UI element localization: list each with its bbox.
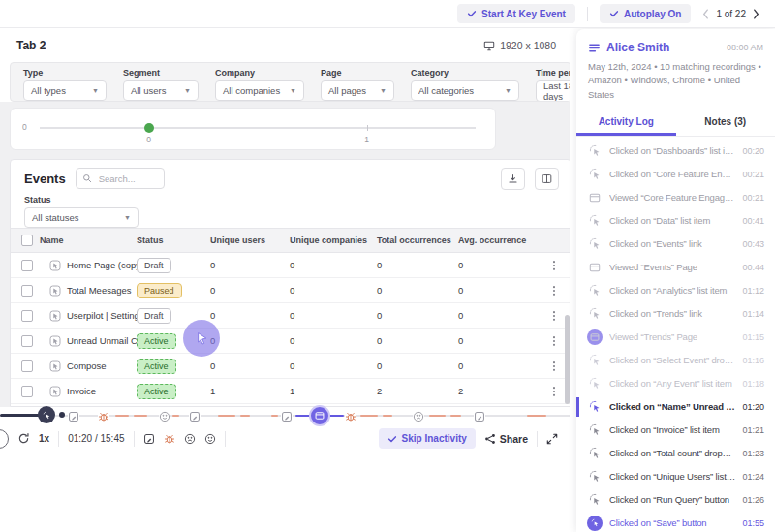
note-marker-icon[interactable] xyxy=(189,409,201,426)
activity-log-item[interactable]: Clicked on “Select Event” dropdown 01:16 xyxy=(576,349,775,372)
event-table-row[interactable]: Total Meesages Paused 0 0 0 0 xyxy=(11,278,570,303)
chevron-right-icon[interactable] xyxy=(753,9,760,19)
slider-handle[interactable] xyxy=(144,123,154,133)
add-note-button[interactable] xyxy=(143,433,155,445)
event-name: Unread Unmail Click xyxy=(67,335,137,346)
activity-log-item[interactable]: Clicked on “Save” button 01:55 xyxy=(576,512,775,532)
recordings-list-icon[interactable] xyxy=(588,42,601,54)
filter-select[interactable]: Last 180 days ▼ xyxy=(536,80,570,102)
event-table-row[interactable]: Invoice Active 1 1 2 2 xyxy=(11,379,570,404)
note-marker-icon[interactable] xyxy=(281,409,293,426)
activity-log-item[interactable]: Clicked on “Dashboards” list item 00:20 xyxy=(576,140,775,163)
inactivity-segment xyxy=(429,415,446,418)
activity-log-item[interactable]: Viewed “Core Feature Engagment” 00:21 xyxy=(576,186,775,209)
event-table-row[interactable]: Compose Active 0 0 0 0 xyxy=(11,354,570,379)
note-marker-icon[interactable] xyxy=(474,409,485,426)
select-all-checkbox[interactable] xyxy=(21,235,33,246)
download-icon xyxy=(508,173,518,184)
avg-occurrence-value: 0 xyxy=(458,335,538,346)
activity-log-item[interactable]: Clicked on “Unique Users” list item 01:2… xyxy=(576,465,775,488)
filter-group: Segment All users ▼ xyxy=(123,68,199,101)
activity-log-item[interactable]: Clicked on “Events” link 00:43 xyxy=(576,233,775,256)
click-icon xyxy=(587,167,603,182)
filter-select[interactable]: All categories ▼ xyxy=(411,80,519,101)
search-icon xyxy=(82,173,92,183)
activity-log-item[interactable]: Clicked on “Core Feature Engagem... 00:2… xyxy=(576,163,775,186)
share-button[interactable]: Share xyxy=(484,433,528,445)
note-marker-icon[interactable] xyxy=(68,409,79,426)
happy-marker-icon[interactable] xyxy=(159,409,170,426)
row-menu-button[interactable] xyxy=(552,285,556,297)
sad-marker-icon[interactable] xyxy=(413,409,424,426)
row-menu-button[interactable] xyxy=(552,260,556,271)
fullscreen-icon[interactable] xyxy=(546,433,558,445)
activity-log-item[interactable]: Viewed “Trends” Page 01:15 xyxy=(576,326,775,349)
row-checkbox[interactable] xyxy=(21,260,33,271)
user-name[interactable]: Alice Smith xyxy=(606,41,669,54)
happy-reaction-button[interactable] xyxy=(204,433,216,445)
activity-log-item[interactable]: Clicked on “Name” Unread Email C... 01:2… xyxy=(576,395,775,419)
play-pause-button[interactable] xyxy=(0,429,9,449)
filter-select[interactable]: All users ▼ xyxy=(123,80,199,101)
event-type-icon xyxy=(49,260,61,271)
bug-marker-icon[interactable] xyxy=(98,409,109,426)
row-checkbox[interactable] xyxy=(21,386,33,397)
row-menu-button[interactable] xyxy=(552,360,556,372)
activity-log-item[interactable]: Viewed “Events” Page 00:44 xyxy=(576,256,775,279)
activity-text: Viewed “Trends” Page xyxy=(609,331,735,342)
skip-inactivity-toggle[interactable]: Skip Inactivity xyxy=(379,428,476,449)
tab-activity-log[interactable]: Activity Log xyxy=(576,109,676,136)
filter-select[interactable]: All types ▼ xyxy=(23,80,107,101)
activity-timestamp: 00:21 xyxy=(742,193,764,203)
activity-log-item[interactable]: Clicked on “Any Event” list item 01:18 xyxy=(576,372,775,395)
filter-select[interactable]: All pages ▼ xyxy=(321,80,394,101)
chevron-left-icon[interactable] xyxy=(702,9,709,19)
activity-log-item[interactable]: Clicked on “Trends” link 01:14 xyxy=(576,302,775,326)
current-position-marker[interactable] xyxy=(38,406,55,423)
event-table-row[interactable]: Home Page (copy) Draft 0 0 0 0 xyxy=(11,253,570,278)
activity-timestamp: 01:16 xyxy=(742,356,764,365)
export-button[interactable] xyxy=(501,168,525,190)
event-table-row[interactable]: Unread Unmail Click Active 0 0 0 0 xyxy=(11,329,570,354)
activity-log-item[interactable]: Clicked on “Data” list item 00:41 xyxy=(576,209,775,233)
sad-reaction-button[interactable] xyxy=(184,433,196,445)
columns-button[interactable] xyxy=(535,168,559,190)
row-checkbox[interactable] xyxy=(21,310,33,322)
autoplay-toggle-button[interactable]: Autoplay On xyxy=(600,4,691,23)
share-icon xyxy=(484,433,496,445)
row-checkbox[interactable] xyxy=(21,285,33,297)
speed-button[interactable]: 1x xyxy=(39,433,49,444)
event-name: Compose xyxy=(67,360,107,371)
filter-select[interactable]: All companies ▼ xyxy=(215,80,304,101)
status-badge: Active xyxy=(137,333,176,349)
activity-log-item[interactable]: Clicked on “Analytics” list item 01:12 xyxy=(576,279,775,302)
avg-occurrence-value: 0 xyxy=(458,360,538,371)
row-checkbox[interactable] xyxy=(21,360,33,372)
activity-log-item[interactable]: Clicked on “Total count” dropdown 01:23 xyxy=(576,442,775,465)
bug-marker-icon[interactable] xyxy=(345,409,356,426)
table-scrollbar[interactable] xyxy=(565,315,570,404)
slider-track[interactable]: 0 1 xyxy=(40,127,476,129)
activity-timestamp: 01:14 xyxy=(742,309,764,319)
col-total-occurrences: Total occurrences xyxy=(377,235,458,245)
activity-log-item[interactable]: Clicked on “Invoice” list item 01:21 xyxy=(576,419,775,442)
filter-group: Category All categories ▼ xyxy=(411,68,519,101)
row-menu-button[interactable] xyxy=(552,335,556,347)
row-menu-button[interactable] xyxy=(552,310,556,322)
tab-notes-3-[interactable]: Notes (3) xyxy=(676,109,775,136)
status-select[interactable]: All statuses ▼ xyxy=(24,207,139,228)
rewind-icon[interactable] xyxy=(17,432,30,445)
active-pageview-marker[interactable] xyxy=(309,405,330,426)
report-bug-button[interactable] xyxy=(164,433,175,445)
timeline-dot[interactable] xyxy=(59,412,65,418)
events-search-input[interactable] xyxy=(97,172,158,185)
activity-log-item[interactable]: Clicked on “Run Query” button 01:26 xyxy=(576,488,775,512)
row-menu-button[interactable] xyxy=(552,386,556,397)
event-table-row[interactable]: Userpilot | Settings Draft 0 0 0 0 xyxy=(11,303,570,329)
sidebar-tabs: Activity LogNotes (3) xyxy=(576,109,775,137)
playback-timeline[interactable] xyxy=(0,407,570,423)
start-at-key-event-button[interactable]: Start At Key Event xyxy=(457,4,575,23)
inactivity-segment xyxy=(115,415,129,418)
row-checkbox[interactable] xyxy=(21,335,33,347)
inactivity-segment xyxy=(360,415,378,418)
